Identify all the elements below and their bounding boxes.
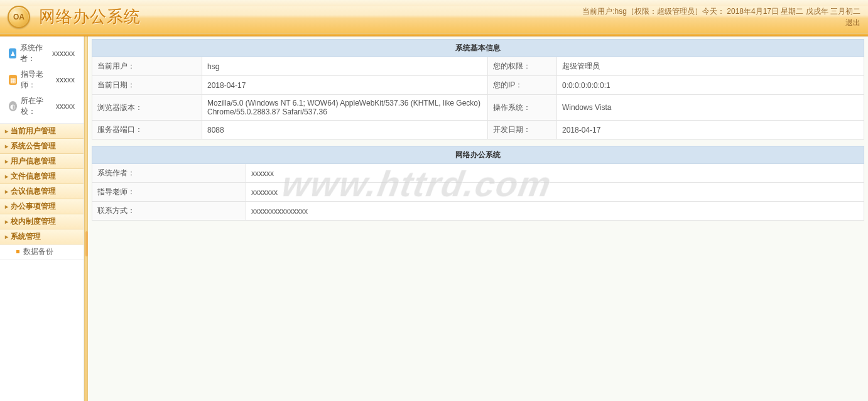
splitter-bar[interactable] xyxy=(84,36,88,401)
submenu-label: 数据备份 xyxy=(23,246,53,257)
arrow-icon: ▸ xyxy=(5,203,8,210)
table-row: 当前日期： 2018-04-17 您的IP： 0:0:0:0:0:0:0:1 xyxy=(92,76,864,95)
menu-file-info[interactable]: ▸文件信息管理 xyxy=(0,169,84,184)
menu-label: 办公事项管理 xyxy=(11,201,56,212)
menu-label: 用户信息管理 xyxy=(11,156,56,167)
table-row: 浏览器版本： Mozilla/5.0 (Windows NT 6.1; WOW6… xyxy=(92,95,864,121)
cell-label: 开发日期： xyxy=(488,121,557,140)
cell-label: 您的权限： xyxy=(488,57,557,76)
logout-link[interactable]: 退出 xyxy=(845,18,860,27)
arrow-icon: ▸ xyxy=(5,143,8,150)
logo-icon: OA xyxy=(8,6,30,28)
info-school-label: 所在学校： xyxy=(21,96,52,117)
office-system-table: 网络办公系统 系统作者： xxxxxx 指导老师： xxxxxxx 联系方式： … xyxy=(92,146,864,221)
cell-value: Windows Vista xyxy=(557,95,864,121)
info-author-label: 系统作者： xyxy=(20,43,48,64)
menu-label: 系统公告管理 xyxy=(11,141,56,151)
cell-label: 操作系统： xyxy=(488,95,557,121)
menu-office-tasks[interactable]: ▸办公事项管理 xyxy=(0,199,84,214)
cell-label: 浏览器版本： xyxy=(92,95,202,121)
cell-label: 系统作者： xyxy=(92,164,246,183)
submenu-data-backup[interactable]: 数据备份 xyxy=(0,244,84,260)
arrow-icon: ▸ xyxy=(5,218,8,225)
cell-label: 当前用户： xyxy=(92,57,202,76)
sidebar: ♟ 系统作者：xxxxxx ▦ 指导老师：xxxxx ◐ 所在学校：xxxxx … xyxy=(0,36,84,401)
menu-meeting-info[interactable]: ▸会议信息管理 xyxy=(0,184,84,199)
menu-announcement[interactable]: ▸系统公告管理 xyxy=(0,139,84,154)
logo-area: OA 网络办公系统 xyxy=(8,6,141,28)
info-school-val: xxxxx xyxy=(56,102,75,111)
bullet-icon xyxy=(16,250,19,253)
cell-value: 2018-04-17 xyxy=(557,121,864,140)
arrow-icon: ▸ xyxy=(5,128,8,135)
cell-value: hsg xyxy=(202,57,488,76)
cell-label: 联系方式： xyxy=(92,202,246,221)
table-row: 服务器端口： 8088 开发日期： 2018-04-17 xyxy=(92,121,864,140)
main-panel: 系统基本信息 当前用户： hsg 您的权限： 超级管理员 当前日期： 2018-… xyxy=(88,36,868,401)
menu-label: 系统管理 xyxy=(11,231,41,242)
info-teacher: ▦ 指导老师：xxxxx xyxy=(0,67,84,93)
arrow-icon: ▸ xyxy=(5,158,8,165)
table-row: 指导老师： xxxxxxx xyxy=(92,183,864,202)
cell-value: xxxxxxx xyxy=(246,183,864,202)
splitter-handle-icon xyxy=(85,231,88,256)
system-title: 网络办公系统 xyxy=(39,6,141,28)
app-header: OA 网络办公系统 当前用户:hsg［权限：超级管理员］今天： 2018年4月1… xyxy=(0,0,868,34)
cell-value: 2018-04-17 xyxy=(202,76,488,95)
user-icon: ♟ xyxy=(9,48,16,58)
arrow-icon: ▸ xyxy=(5,233,8,240)
info-teacher-label: 指导老师： xyxy=(21,69,52,91)
cell-label: 您的IP： xyxy=(488,76,557,95)
cell-value: 8088 xyxy=(202,121,488,140)
arrow-icon: ▸ xyxy=(5,188,8,195)
cell-value: xxxxxx xyxy=(246,164,864,183)
info-author: ♟ 系统作者：xxxxxx xyxy=(0,40,84,67)
cell-label: 指导老师： xyxy=(92,183,246,202)
cell-value: xxxxxxxxxxxxxxx xyxy=(246,202,864,221)
header-status: 当前用户:hsg［权限：超级管理员］今天： 2018年4月17日 星期二 戊戌年… xyxy=(582,6,860,28)
info-teacher-val: xxxxx xyxy=(56,75,75,84)
table-row: 当前用户： hsg 您的权限： 超级管理员 xyxy=(92,57,864,76)
menu-current-user[interactable]: ▸当前用户管理 xyxy=(0,124,84,139)
cell-value: Mozilla/5.0 (Windows NT 6.1; WOW64) Appl… xyxy=(202,95,488,121)
system-info-table: 系统基本信息 当前用户： hsg 您的权限： 超级管理员 当前日期： 2018-… xyxy=(92,39,864,140)
menu-label: 校内制度管理 xyxy=(11,216,56,227)
globe-icon: ◐ xyxy=(9,101,17,111)
cell-label: 服务器端口： xyxy=(92,121,202,140)
cell-value: 超级管理员 xyxy=(557,57,864,76)
info-author-val: xxxxxx xyxy=(52,49,75,58)
menu-label: 当前用户管理 xyxy=(11,126,56,136)
calendar-icon: ▦ xyxy=(9,75,17,85)
arrow-icon: ▸ xyxy=(5,173,8,180)
sidebar-info: ♟ 系统作者：xxxxxx ▦ 指导老师：xxxxx ◐ 所在学校：xxxxx xyxy=(0,36,84,123)
table-title: 网络办公系统 xyxy=(92,146,864,164)
status-line: 当前用户:hsg［权限：超级管理员］今天： 2018年4月17日 星期二 戊戌年… xyxy=(582,6,860,17)
cell-label: 当前日期： xyxy=(92,76,202,95)
cell-value: 0:0:0:0:0:0:0:1 xyxy=(557,76,864,95)
table-title: 系统基本信息 xyxy=(92,40,864,57)
content-wrap: ♟ 系统作者：xxxxxx ▦ 指导老师：xxxxx ◐ 所在学校：xxxxx … xyxy=(0,36,868,401)
info-school: ◐ 所在学校：xxxxx xyxy=(0,93,84,119)
menu-label: 文件信息管理 xyxy=(11,171,56,182)
menu-list: ▸当前用户管理 ▸系统公告管理 ▸用户信息管理 ▸文件信息管理 ▸会议信息管理 … xyxy=(0,123,84,260)
table-row: 系统作者： xxxxxx xyxy=(92,164,864,183)
table-row: 联系方式： xxxxxxxxxxxxxxx xyxy=(92,202,864,221)
menu-system-manage[interactable]: ▸系统管理 xyxy=(0,229,84,244)
menu-school-rules[interactable]: ▸校内制度管理 xyxy=(0,214,84,229)
menu-user-info[interactable]: ▸用户信息管理 xyxy=(0,154,84,169)
menu-label: 会议信息管理 xyxy=(11,186,56,197)
